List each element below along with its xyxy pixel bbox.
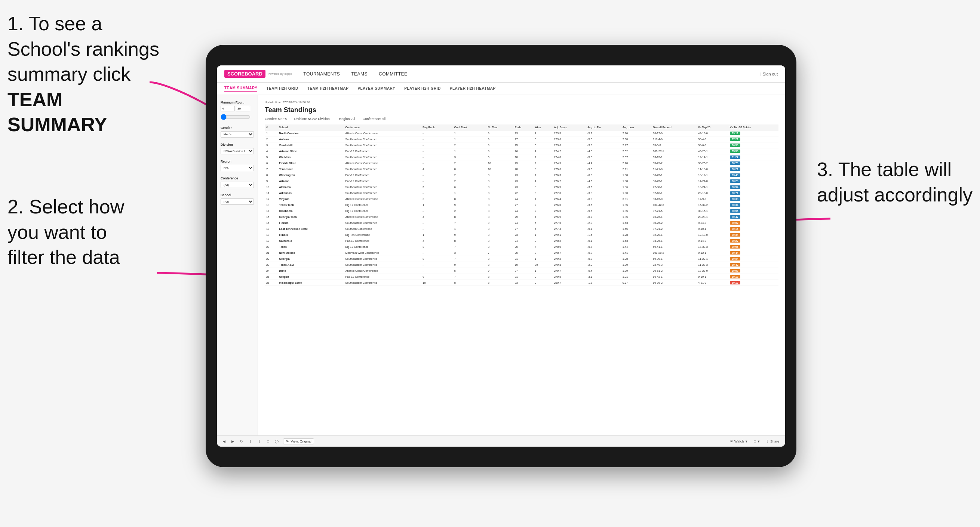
table-row[interactable]: 24 Duke Atlantic Coast Conference - 5 9 … [265, 268, 778, 274]
score-badge: 80.54 [730, 257, 740, 260]
subnav-team-h2h-grid[interactable]: TEAM H2H GRID [266, 86, 298, 91]
cell-cr: 2 [453, 208, 487, 214]
table-row[interactable]: 9 Arizona Pac-12 Conference - 2 8 23 4 2… [265, 178, 778, 184]
toolbar-share-menu[interactable]: □ ▼ [752, 439, 762, 444]
sidebar-range-slider[interactable] [221, 114, 250, 120]
table-row[interactable]: 26 Mississippi State Southeastern Confer… [265, 280, 778, 286]
cell-adj: -6.0 [586, 196, 621, 202]
cell-score: 276.0 [553, 202, 586, 208]
toolbar-watch[interactable]: 👁 Watch ▼ [729, 439, 749, 444]
table-row[interactable]: 15 Georgia Tech Atlantic Coast Conferenc… [265, 214, 778, 220]
table-row[interactable]: 19 California Pac-12 Conference 4 8 8 24… [265, 238, 778, 244]
cell-wins: 4 [533, 226, 553, 232]
sidebar-min-input[interactable] [221, 106, 235, 111]
cell-badge: 80.79 [729, 160, 778, 166]
toolbar-share-full[interactable]: ⇧ Share [765, 439, 781, 444]
cell-badge: 80.02 [729, 220, 778, 226]
table-row[interactable]: 4 Arizona State Pac-12 Conference - 1 8 … [265, 148, 778, 154]
cell-rnds: 26 [513, 148, 533, 154]
table-row[interactable]: 10 Alabama Southeastern Conference 5 6 8… [265, 184, 778, 190]
cell-school: Oregon [277, 274, 344, 280]
table-row[interactable]: 17 East Tennessee State Southern Confere… [265, 226, 778, 232]
cell-overall: 88-17-0 [651, 130, 697, 137]
cell-adj: -6.2 [586, 214, 621, 220]
sidebar-division-select[interactable]: NCAA Division I [221, 148, 254, 154]
cell-overall: 95-29-2 [651, 160, 697, 166]
table-row[interactable]: 6 Florida State Atlantic Coast Conferenc… [265, 160, 778, 166]
cell-tour: 8 [487, 280, 513, 286]
cell-tour: 10 [487, 160, 513, 166]
toolbar-copy[interactable]: □ [266, 439, 270, 444]
cell-rank: 12 [265, 196, 277, 202]
toolbar-reload[interactable]: ↻ [239, 439, 245, 444]
table-row[interactable]: 12 Virginia Atlantic Coast Conference 3 … [265, 196, 778, 202]
subnav-player-summary[interactable]: PLAYER SUMMARY [358, 86, 395, 91]
cell-avg-par: 1.86 [621, 184, 651, 190]
table-row[interactable]: 20 Texas Big 12 Conference 3 7 8 25 7 27… [265, 244, 778, 250]
toolbar-share-small[interactable]: ⇧ [256, 439, 262, 444]
subnav-team-summary[interactable]: TEAM SUMMARY [224, 86, 257, 92]
nav-teams[interactable]: TEAMS [351, 71, 368, 77]
cell-cr: 9 [453, 232, 487, 238]
subnav-player-h2h-grid[interactable]: PLAYER H2H GRID [404, 86, 441, 91]
toolbar-view-original[interactable]: 👁 View: Original [283, 438, 314, 444]
cell-tour: 9 [487, 220, 513, 226]
cell-vs25: 23-13-0 [697, 190, 729, 196]
cell-adj: -2.0 [586, 262, 621, 268]
toolbar-download[interactable]: ⇓ [248, 439, 253, 444]
cell-rank: 2 [265, 137, 277, 143]
cell-tour: 8 [487, 196, 513, 202]
nav-committee[interactable]: COMMITTEE [379, 71, 407, 77]
table-row[interactable]: 23 Texas A&M Southeastern Conference - 9… [265, 262, 778, 268]
cell-rnds: 24 [513, 208, 533, 214]
sidebar-max-input[interactable] [236, 106, 250, 111]
toolbar-forward[interactable]: ▶ [230, 439, 235, 444]
table-row[interactable]: 13 Texas Tech Big 12 Conference 1 9 8 27… [265, 202, 778, 208]
score-badge: 86.58 [730, 143, 740, 147]
table-row[interactable]: 5 Ole Miss Southeastern Conference - 3 6… [265, 154, 778, 160]
toolbar-clock[interactable]: ◯ [273, 439, 280, 444]
cell-rank: 19 [265, 238, 277, 244]
cell-conf: Southeastern Conference [344, 184, 421, 190]
cell-wins: 0 [533, 274, 553, 280]
table-row[interactable]: 22 Georgia Southeastern Conference 8 7 8… [265, 256, 778, 262]
cell-wins: 7 [533, 244, 553, 250]
cell-conf: Big Ten Conference [344, 232, 421, 238]
table-row[interactable]: 11 Arkansas Southeastern Conference - 1 … [265, 190, 778, 196]
table-row[interactable]: 2 Auburn Southeastern Conference - 1 9 2… [265, 137, 778, 143]
cell-wins: 4 [533, 178, 553, 184]
table-row[interactable]: 18 Illinois Big Ten Conference 1 9 8 23 … [265, 232, 778, 238]
nav-tournaments[interactable]: TOURNAMENTS [303, 71, 340, 77]
sidebar-school-select[interactable]: (All) [221, 198, 254, 205]
cell-conf: Atlantic Coast Conference [344, 268, 421, 274]
sign-out-button[interactable]: Sign out [763, 72, 778, 76]
sidebar-conference-select[interactable]: (All) [221, 182, 254, 188]
toolbar-back[interactable]: ◀ [221, 439, 227, 444]
filter-gender: Gender: Men's [265, 117, 287, 121]
cell-tour: 8 [487, 172, 513, 178]
table-row[interactable]: 25 Oregon Pac-12 Conference 9 7 8 21 0 2… [265, 274, 778, 280]
cell-tour: 8 [487, 244, 513, 250]
table-row[interactable]: 14 Oklahoma Big 12 Conference - 2 8 24 2… [265, 208, 778, 214]
table-row[interactable]: 8 Washington Pac-12 Conference - 2 8 23 … [265, 172, 778, 178]
sidebar-gender-select[interactable]: Men's [221, 131, 254, 138]
content-area: Update time: 27/03/2024 16:56:26 Team St… [258, 95, 785, 435]
score-badge: 80.38 [730, 197, 740, 201]
subnav-team-h2h-heatmap[interactable]: TEAM H2H HEATMAP [307, 86, 349, 91]
col-conference: Conference [344, 124, 421, 130]
table-row[interactable]: 16 Florida Southeastern Conference - 7 9… [265, 220, 778, 226]
table-row[interactable]: 3 Vanderbilt Southeastern Conference - 2… [265, 143, 778, 148]
main-nav: TOURNAMENTS TEAMS COMMITTEE [303, 71, 760, 77]
cell-rnds: 28 [513, 166, 533, 172]
cell-avg-par: 1.85 [621, 214, 651, 220]
table-row[interactable]: 7 Tennessee Southeastern Conference 4 8 … [265, 166, 778, 172]
cell-score: 279.1 [553, 232, 586, 238]
cell-rank: 9 [265, 178, 277, 184]
table-row[interactable]: 1 North Carolina Atlantic Coast Conferen… [265, 130, 778, 137]
sidebar-region-select[interactable]: N/A [221, 165, 254, 171]
table-row[interactable]: 21 New Mexico Mountain West Conference -… [265, 250, 778, 256]
cell-wins: 0 [533, 280, 553, 286]
subnav-player-h2h-heatmap[interactable]: PLAYER H2H HEATMAP [450, 86, 496, 91]
cell-rnds: 25 [513, 244, 533, 250]
cell-rank: 7 [265, 166, 277, 172]
